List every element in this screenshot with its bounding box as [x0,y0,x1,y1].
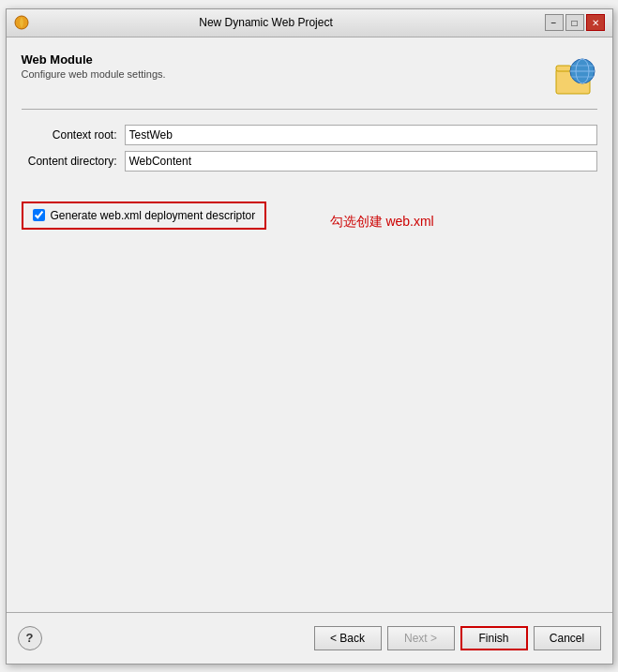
content-area: Web Module Configure web module settings… [7,37,612,612]
content-directory-input[interactable] [125,151,597,172]
back-button[interactable]: < Back [314,626,382,650]
generate-webxml-label: Generate web.xml deployment descriptor [51,209,256,222]
section-icon [552,52,597,97]
section-header: Web Module Configure web module settings… [22,52,597,97]
section-divider [22,109,597,110]
window-icon [14,15,29,30]
svg-rect-2 [556,66,571,71]
next-button[interactable]: Next > [387,626,455,650]
cancel-button[interactable]: Cancel [534,626,601,650]
close-button[interactable]: ✕ [586,14,605,31]
annotation-text: 勾选创建 web.xml [330,214,434,231]
section-title-area: Web Module Configure web module settings… [22,52,552,80]
checkbox-area: Generate web.xml deployment descriptor [22,202,267,230]
main-window: New Dynamic Web Project − □ ✕ Web Module… [6,8,613,665]
bottom-left: ? [18,626,42,650]
minimize-button[interactable]: − [545,14,564,31]
window-title: New Dynamic Web Project [35,16,498,29]
window-controls: − □ ✕ [545,14,605,31]
section-subtitle: Configure web module settings. [22,68,552,80]
context-root-input[interactable] [125,125,597,145]
title-bar: New Dynamic Web Project − □ ✕ [7,9,612,37]
checkbox-container: Generate web.xml deployment descriptor [22,190,597,230]
bottom-bar: ? < Back Next > Finish Cancel [7,612,612,664]
help-button[interactable]: ? [18,626,42,650]
generate-webxml-checkbox[interactable] [33,209,45,221]
context-root-label: Context root: [22,128,125,142]
maximize-button[interactable]: □ [565,14,584,31]
content-directory-label: Content directory: [22,155,125,168]
bottom-right: < Back Next > Finish Cancel [314,626,601,650]
context-root-row: Context root: [22,125,597,145]
section-title: Web Module [22,52,552,67]
finish-button[interactable]: Finish [460,626,528,650]
content-directory-row: Content directory: [22,151,597,172]
